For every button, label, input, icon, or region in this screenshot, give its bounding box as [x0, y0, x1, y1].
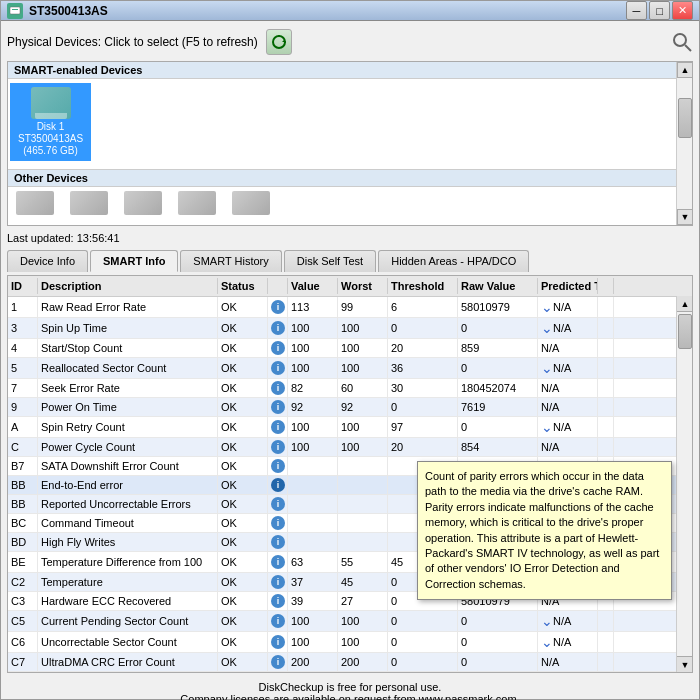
info-icon[interactable]: i [271, 361, 285, 375]
arrow-down-icon: ⌄ [541, 419, 553, 435]
tooltip-popup: Count of parity errors which occur in th… [417, 461, 672, 600]
info-icon[interactable]: i [271, 635, 285, 649]
svg-line-4 [685, 45, 691, 51]
other-device-icon-2[interactable] [70, 191, 108, 215]
info-icon[interactable]: i [271, 594, 285, 608]
tab-smart-history[interactable]: SMART History [180, 250, 281, 272]
col-value: Value [288, 278, 338, 294]
refresh-button[interactable] [266, 29, 292, 55]
info-icon[interactable]: i [271, 478, 285, 492]
title-bar: ST3500413AS ─ □ ✕ [1, 1, 699, 21]
table-row: 1 Raw Read Error Rate OK i 113 99 6 5801… [8, 297, 692, 318]
svg-point-3 [674, 34, 686, 46]
table-row: C Power Cycle Count OK i 100 100 20 854 … [8, 438, 692, 457]
table-scroll-thumb[interactable] [678, 314, 692, 349]
tab-smart-info[interactable]: SMART Info [90, 250, 178, 272]
table-scroll-down[interactable]: ▼ [677, 656, 693, 672]
devices-scrollbar[interactable]: ▲ ▼ [676, 62, 692, 225]
other-devices-row [8, 187, 692, 219]
tab-bar: Device Info SMART Info SMART History Dis… [7, 250, 693, 272]
window-controls: ─ □ ✕ [626, 1, 693, 20]
close-button[interactable]: ✕ [672, 1, 693, 20]
col-scroll [598, 278, 614, 294]
table-header: ID Description Status Value Worst Thresh… [8, 276, 692, 297]
info-icon[interactable]: i [271, 459, 285, 473]
table-row: 4 Start/Stop Count OK i 100 100 20 859 N… [8, 339, 692, 358]
info-icon[interactable]: i [271, 440, 285, 454]
info-icon[interactable]: i [271, 575, 285, 589]
cell-raw: 58010979 [458, 297, 538, 317]
info-icon[interactable]: i [271, 420, 285, 434]
col-desc: Description [38, 278, 218, 294]
table-row: C6 Uncorrectable Sector Count OK i 100 1… [8, 632, 692, 653]
cell-status: OK [218, 297, 268, 317]
info-icon[interactable]: i [271, 400, 285, 414]
other-device-icon-1[interactable] [16, 191, 54, 215]
col-status: Status [218, 278, 268, 294]
table-row: 5 Reallocated Sector Count OK i 100 100 … [8, 358, 692, 379]
footer-text: DiskCheckup is free for personal use. Co… [7, 677, 693, 700]
other-device-icon-4[interactable] [178, 191, 216, 215]
cell-threshold: 6 [388, 297, 458, 317]
table-scroll-up[interactable]: ▲ [677, 296, 693, 312]
table-row: A Spin Retry Count OK i 100 100 97 0 ⌄ N… [8, 417, 692, 438]
disk1-device-item[interactable]: Disk 1 ST3500413AS (465.76 GB) [10, 83, 91, 161]
smart-table-container: ID Description Status Value Worst Thresh… [7, 275, 693, 673]
col-tec: Predicted TEC Date [538, 278, 598, 294]
main-content: Physical Devices: Click to select (F5 to… [1, 21, 699, 700]
info-icon[interactable]: i [271, 381, 285, 395]
info-icon[interactable]: i [271, 497, 285, 511]
info-icon[interactable]: i [271, 614, 285, 628]
col-worst: Worst [338, 278, 388, 294]
tab-disk-self-test[interactable]: Disk Self Test [284, 250, 376, 272]
other-device-icon-3[interactable] [124, 191, 162, 215]
arrow-down-icon: ⌄ [541, 320, 553, 336]
cell-id: 1 [8, 297, 38, 317]
col-raw: Raw Value [458, 278, 538, 294]
cell-scroll [598, 297, 614, 317]
info-icon[interactable]: i [271, 516, 285, 530]
info-icon[interactable]: i [271, 535, 285, 549]
other-device-icon-5[interactable] [232, 191, 270, 215]
col-threshold: Threshold [388, 278, 458, 294]
tab-device-info[interactable]: Device Info [7, 250, 88, 272]
devices-panel: SMART-enabled Devices Disk 1 ST3500413AS… [7, 61, 693, 226]
info-icon[interactable]: i [271, 300, 285, 314]
disk-name: Disk 1 ST3500413AS (465.76 GB) [18, 121, 83, 157]
scroll-up-arrow[interactable]: ▲ [677, 62, 693, 78]
maximize-button[interactable]: □ [649, 1, 670, 20]
scroll-thumb[interactable] [678, 98, 692, 138]
info-icon[interactable]: i [271, 321, 285, 335]
table-row: C5 Current Pending Sector Count OK i 100… [8, 611, 692, 632]
col-id: ID [8, 278, 38, 294]
cell-info[interactable]: i [268, 297, 288, 317]
window-title: ST3500413AS [29, 4, 626, 18]
arrow-down-icon: ⌄ [541, 360, 553, 376]
devices-header: Physical Devices: Click to select (F5 to… [7, 27, 693, 57]
arrow-down-icon: ⌄ [541, 299, 553, 315]
cell-desc: Raw Read Error Rate [38, 297, 218, 317]
table-scrollbar[interactable]: ▲ ▼ [676, 296, 692, 672]
col-info [268, 278, 288, 294]
main-window: ST3500413AS ─ □ ✕ Physical Devices: Clic… [0, 0, 700, 700]
scroll-down-arrow[interactable]: ▼ [677, 209, 693, 225]
cell-worst: 99 [338, 297, 388, 317]
info-icon[interactable]: i [271, 655, 285, 669]
table-row: 7 Seek Error Rate OK i 82 60 30 18045207… [8, 379, 692, 398]
arrow-down-icon: ⌄ [541, 634, 553, 650]
svg-rect-1 [12, 9, 18, 10]
table-row: 9 Power On Time OK i 92 92 0 7619 N/A [8, 398, 692, 417]
info-icon[interactable]: i [271, 341, 285, 355]
arrow-down-icon: ⌄ [541, 613, 553, 629]
minimize-button[interactable]: ─ [626, 1, 647, 20]
window-icon [7, 3, 23, 19]
smart-devices-label: SMART-enabled Devices [8, 62, 692, 79]
info-icon[interactable]: i [271, 555, 285, 569]
search-icon[interactable] [671, 31, 693, 53]
tab-hidden-areas[interactable]: Hidden Areas - HPA/DCO [378, 250, 529, 272]
cell-tec: ⌄ N/A [538, 297, 598, 317]
last-updated: Last updated: 13:56:41 [7, 230, 693, 246]
devices-header-text: Physical Devices: Click to select (F5 to… [7, 35, 258, 49]
other-devices-label: Other Devices [8, 169, 692, 187]
table-row: C7 UltraDMA CRC Error Count OK i 200 200… [8, 653, 692, 672]
